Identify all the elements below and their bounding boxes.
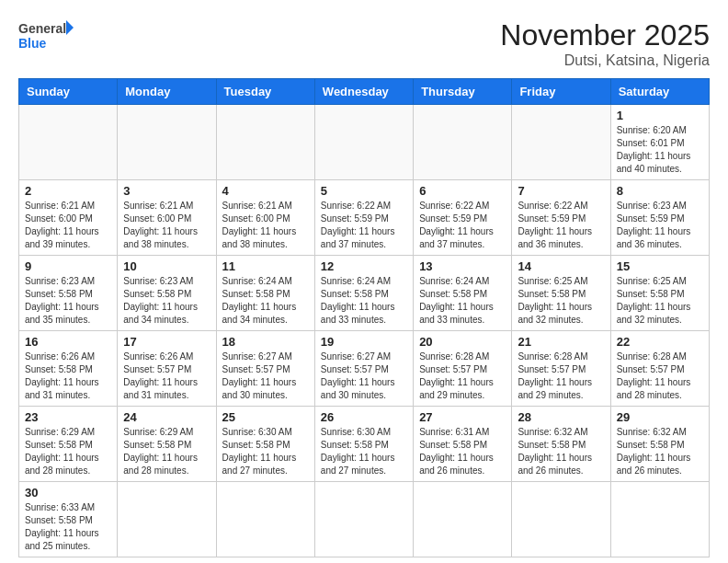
day-number: 14 [518,259,604,273]
day-number: 28 [518,410,604,424]
calendar-cell: 30Sunrise: 6:33 AM Sunset: 5:58 PM Dayli… [19,482,118,557]
calendar-cell: 26Sunrise: 6:30 AM Sunset: 5:58 PM Dayli… [314,407,413,482]
day-info: Sunrise: 6:22 AM Sunset: 5:59 PM Dayligh… [518,200,604,251]
day-number: 20 [419,335,506,349]
column-header-saturday: Saturday [610,79,709,105]
day-info: Sunrise: 6:27 AM Sunset: 5:57 PM Dayligh… [222,350,309,402]
calendar-cell: 2Sunrise: 6:21 AM Sunset: 6:00 PM Daylig… [19,180,118,256]
day-info: Sunrise: 6:24 AM Sunset: 5:58 PM Dayligh… [419,275,506,327]
day-info: Sunrise: 6:23 AM Sunset: 5:58 PM Dayligh… [25,275,111,327]
week-row-4: 16Sunrise: 6:26 AM Sunset: 5:58 PM Dayli… [19,331,710,407]
day-info: Sunrise: 6:26 AM Sunset: 5:58 PM Dayligh… [25,350,111,402]
calendar-header-row: SundayMondayTuesdayWednesdayThursdayFrid… [19,79,710,105]
day-number: 4 [222,184,309,198]
calendar-cell: 14Sunrise: 6:25 AM Sunset: 5:58 PM Dayli… [512,256,610,331]
calendar-cell: 27Sunrise: 6:31 AM Sunset: 5:58 PM Dayli… [414,407,512,482]
calendar-cell [414,482,512,557]
day-info: Sunrise: 6:20 AM Sunset: 6:01 PM Dayligh… [617,124,703,176]
day-number: 9 [25,259,111,273]
day-info: Sunrise: 6:21 AM Sunset: 6:00 PM Dayligh… [123,200,210,251]
week-row-5: 23Sunrise: 6:29 AM Sunset: 5:58 PM Dayli… [19,407,710,482]
day-info: Sunrise: 6:22 AM Sunset: 5:59 PM Dayligh… [419,200,506,251]
day-info: Sunrise: 6:29 AM Sunset: 5:58 PM Dayligh… [25,426,111,477]
column-header-thursday: Thursday [414,79,512,105]
svg-text:Blue: Blue [18,36,47,51]
day-number: 13 [419,259,506,273]
calendar-cell: 24Sunrise: 6:29 AM Sunset: 5:58 PM Dayli… [118,407,216,482]
calendar-cell: 17Sunrise: 6:26 AM Sunset: 5:57 PM Dayli… [118,331,216,407]
calendar-cell: 22Sunrise: 6:28 AM Sunset: 5:57 PM Dayli… [610,331,709,407]
day-number: 19 [321,335,407,349]
week-row-2: 2Sunrise: 6:21 AM Sunset: 6:00 PM Daylig… [19,180,710,256]
calendar-cell: 29Sunrise: 6:32 AM Sunset: 5:58 PM Dayli… [610,407,709,482]
day-info: Sunrise: 6:32 AM Sunset: 5:58 PM Dayligh… [518,426,604,477]
calendar-cell: 19Sunrise: 6:27 AM Sunset: 5:57 PM Dayli… [314,331,413,407]
calendar-cell [610,482,709,557]
week-row-1: 1Sunrise: 6:20 AM Sunset: 6:01 PM Daylig… [19,105,710,180]
calendar-cell [216,105,314,180]
day-info: Sunrise: 6:26 AM Sunset: 5:57 PM Dayligh… [123,350,210,402]
day-info: Sunrise: 6:23 AM Sunset: 5:58 PM Dayligh… [123,275,210,327]
day-number: 21 [518,335,604,349]
day-number: 25 [222,410,309,424]
column-header-sunday: Sunday [19,79,118,105]
calendar-cell: 6Sunrise: 6:22 AM Sunset: 5:59 PM Daylig… [414,180,512,256]
calendar-cell: 8Sunrise: 6:23 AM Sunset: 5:59 PM Daylig… [610,180,709,256]
calendar-cell [118,105,216,180]
day-number: 1 [617,109,703,122]
day-number: 27 [419,410,506,424]
calendar-cell: 13Sunrise: 6:24 AM Sunset: 5:58 PM Dayli… [414,256,512,331]
logo: General Blue [18,18,74,57]
day-number: 29 [617,410,703,424]
day-number: 2 [25,184,111,198]
day-number: 30 [25,486,111,500]
day-info: Sunrise: 6:23 AM Sunset: 5:59 PM Dayligh… [617,200,703,251]
calendar-cell: 11Sunrise: 6:24 AM Sunset: 5:58 PM Dayli… [216,256,314,331]
svg-marker-2 [66,20,74,35]
day-info: Sunrise: 6:28 AM Sunset: 5:57 PM Dayligh… [617,350,703,402]
calendar-cell: 23Sunrise: 6:29 AM Sunset: 5:58 PM Dayli… [19,407,118,482]
day-info: Sunrise: 6:32 AM Sunset: 5:58 PM Dayligh… [617,426,703,477]
calendar-cell: 28Sunrise: 6:32 AM Sunset: 5:58 PM Dayli… [512,407,610,482]
calendar-cell: 10Sunrise: 6:23 AM Sunset: 5:58 PM Dayli… [118,256,216,331]
page-title: November 2025 [500,18,710,52]
page-header: General Blue November 2025 Dutsi, Katsin… [18,18,710,69]
page-subtitle: Dutsi, Katsina, Nigeria [500,52,710,69]
calendar-cell: 21Sunrise: 6:28 AM Sunset: 5:57 PM Dayli… [512,331,610,407]
day-info: Sunrise: 6:25 AM Sunset: 5:58 PM Dayligh… [617,275,703,327]
column-header-monday: Monday [118,79,216,105]
calendar-cell [118,482,216,557]
calendar-cell [19,105,118,180]
calendar-cell: 15Sunrise: 6:25 AM Sunset: 5:58 PM Dayli… [610,256,709,331]
day-number: 3 [123,184,210,198]
week-row-3: 9Sunrise: 6:23 AM Sunset: 5:58 PM Daylig… [19,256,710,331]
generalblue-logo: General Blue [18,18,74,57]
calendar-cell [512,482,610,557]
calendar-cell: 1Sunrise: 6:20 AM Sunset: 6:01 PM Daylig… [610,105,709,180]
calendar-cell [216,482,314,557]
day-info: Sunrise: 6:31 AM Sunset: 5:58 PM Dayligh… [419,426,506,477]
day-info: Sunrise: 6:33 AM Sunset: 5:58 PM Dayligh… [25,501,111,553]
calendar-cell: 5Sunrise: 6:22 AM Sunset: 5:59 PM Daylig… [314,180,413,256]
day-info: Sunrise: 6:25 AM Sunset: 5:58 PM Dayligh… [518,275,604,327]
day-number: 23 [25,410,111,424]
day-number: 12 [321,259,407,273]
day-number: 16 [25,335,111,349]
day-info: Sunrise: 6:28 AM Sunset: 5:57 PM Dayligh… [518,350,604,402]
calendar-cell: 9Sunrise: 6:23 AM Sunset: 5:58 PM Daylig… [19,256,118,331]
day-info: Sunrise: 6:28 AM Sunset: 5:57 PM Dayligh… [419,350,506,402]
calendar-table: SundayMondayTuesdayWednesdayThursdayFrid… [18,78,710,557]
svg-text:General: General [18,21,66,36]
day-number: 22 [617,335,703,349]
day-number: 5 [321,184,407,198]
day-number: 8 [617,184,703,198]
day-info: Sunrise: 6:21 AM Sunset: 6:00 PM Dayligh… [222,200,309,251]
day-info: Sunrise: 6:30 AM Sunset: 5:58 PM Dayligh… [321,426,407,477]
day-info: Sunrise: 6:29 AM Sunset: 5:58 PM Dayligh… [123,426,210,477]
calendar-cell: 4Sunrise: 6:21 AM Sunset: 6:00 PM Daylig… [216,180,314,256]
calendar-cell: 3Sunrise: 6:21 AM Sunset: 6:00 PM Daylig… [118,180,216,256]
column-header-friday: Friday [512,79,610,105]
calendar-cell [512,105,610,180]
calendar-cell: 18Sunrise: 6:27 AM Sunset: 5:57 PM Dayli… [216,331,314,407]
calendar-cell [414,105,512,180]
